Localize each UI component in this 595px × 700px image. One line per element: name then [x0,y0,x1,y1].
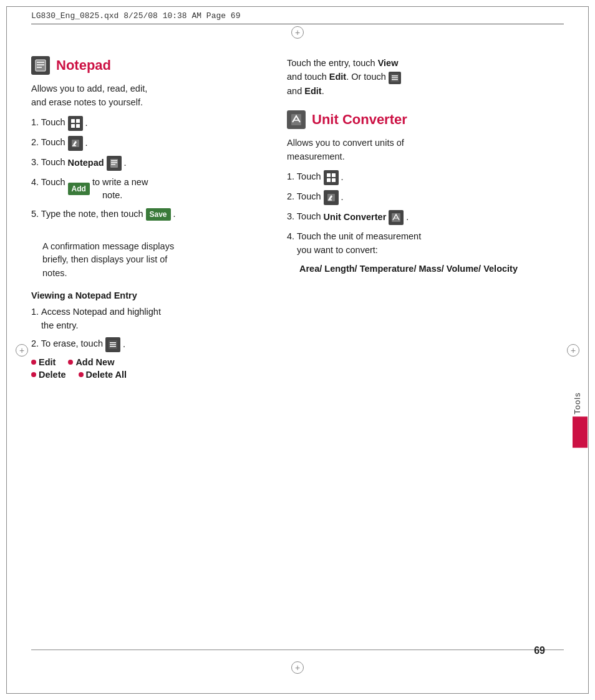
page-number: 69 [534,645,545,656]
svg-rect-27 [332,178,336,182]
bullet-delete-all-label: Delete All [86,370,127,380]
main-content: Notepad Allows you to add, read, edit,an… [31,37,564,663]
notepad-section-title: Notepad [31,56,249,75]
reg-mark-left [16,344,28,357]
bullet-dot-2 [68,360,73,365]
svg-rect-12 [111,160,117,161]
step-1-content: . [68,116,88,131]
right-notepad-text: Touch the entry, touch View and touch Ed… [287,56,564,98]
svg-rect-26 [327,178,331,182]
header-line [31,24,564,24]
bullet-delete-label: Delete [39,370,66,380]
uc-step-1-suffix: . [341,171,344,185]
uc-step-2: 2. Touch . [287,190,564,205]
edit-icon-1 [68,136,83,151]
svg-rect-5 [71,119,75,123]
step-num-5: 5. Type the note, then touch [31,208,143,235]
tools-sidebar: Tools [573,392,588,448]
notepad-small-icon [107,156,122,171]
view-bold: View [378,58,399,68]
edit-bold: Edit [329,72,346,82]
step-num-1: 1. Touch [31,116,65,130]
measurement-categories: Area/ Length/ Temperature/ Mass/ Volume/… [299,262,564,276]
svg-rect-20 [392,75,398,77]
notepad-icon [31,56,50,75]
step-5-content: Save . [146,208,176,221]
svg-rect-14 [111,164,115,165]
bullet-dot-4 [79,372,84,377]
page-header: LG830_Eng_0825.qxd 8/25/08 10:38 AM Page… [31,11,564,21]
view-step-1-text: Access Notepad and highlightthe entry. [41,305,161,333]
notepad-step-4: 4. Touch Add to write a new note. [31,176,249,203]
svg-rect-24 [327,173,331,177]
bottom-separator [31,650,564,650]
bullet-dot-3 [31,372,36,377]
save-button: Save [146,208,171,221]
uc-step-3-content: Unit Converter . [324,210,409,225]
unit-icon-svg [290,113,302,126]
uc-step-2-content: . [324,190,344,205]
svg-rect-13 [111,162,117,163]
reg-mark-right [567,344,579,357]
right-column: Touch the entry, touch View and touch Ed… [268,37,564,663]
uc-step-4: 4. Touch the unit of measurementyou want… [287,230,564,257]
notepad-step-1: 1. Touch . [31,116,249,131]
svg-rect-25 [332,173,336,177]
svg-rect-2 [37,62,44,63]
unit-converter-section-title: Unit Converter [287,110,564,129]
bullet-edit: Edit [31,357,56,367]
bullet-row-2: Delete Delete All [31,370,249,380]
uc-step-num-2: 2. Touch [287,190,321,204]
svg-rect-8 [76,124,80,128]
edit-icon-uc [324,190,339,205]
bullet-row-1: Edit Add New [31,357,249,367]
step-3-content: Notepad . [68,156,127,171]
bullet-edit-label: Edit [39,357,56,367]
notepad-step-2: 2. Touch . [31,136,249,151]
viewing-heading: Viewing a Notepad Entry [31,290,249,300]
notepad-title: Notepad [56,57,111,74]
tools-label: Tools [573,392,582,414]
view-step-2: 2. To erase, touch . [31,337,249,352]
tools-tab-bar [573,416,588,448]
svg-rect-10 [72,145,76,146]
step-4-text: to write a new note. [92,176,148,203]
uc-label: Unit Converter [324,211,387,224]
view-step-num-2: 2. To erase, touch [31,337,103,351]
reg-mark-top [291,26,304,39]
menu-icon-right [389,72,401,84]
svg-rect-21 [392,77,398,79]
view-step-2-content: . [105,337,125,352]
grid-icon-1 [68,116,83,131]
unit-converter-icon [287,110,306,129]
notepad-step-5: 5. Type the note, then touch Save . [31,208,249,235]
view-step-1: 1. Access Notepad and highlightthe entry… [31,305,249,333]
step-num-3: 3. Touch [31,156,65,170]
uc-step-1: 1. Touch . [287,170,564,185]
svg-rect-16 [110,342,116,343]
uc-step-3-suffix: . [406,211,409,224]
uc-step-1-content: . [324,170,344,185]
notepad-note: A confirmation message displaysbriefly, … [42,240,249,280]
svg-rect-22 [392,79,398,80]
uc-step-2-suffix: . [341,191,344,204]
unit-converter-description: Allows you to convert units ofmeasuremen… [287,137,564,164]
notepad-step-3: 3. Touch Notepad . [31,156,249,171]
add-button: Add [68,183,90,195]
uc-step-num-3: 3. Touch [287,210,321,224]
step-5-suffix: . [173,208,176,221]
svg-rect-18 [110,346,116,347]
notepad-icon-svg [34,59,47,72]
bullet-add-new-label: Add New [75,357,114,367]
view-step-num-1: 1. [31,305,39,319]
svg-rect-7 [71,124,75,128]
svg-rect-17 [110,344,116,345]
grid-icon-uc-1 [324,170,339,185]
reg-mark-bottom [291,661,304,674]
edit-bold-2: Edit [304,86,321,96]
left-column: Notepad Allows you to add, read, edit,an… [31,37,268,663]
notepad-description: Allows you to add, read, edit,and erase … [31,82,249,110]
notepad-label: Notepad [68,156,104,170]
svg-rect-3 [37,64,44,65]
step-num-4: 4. Touch [31,176,65,189]
